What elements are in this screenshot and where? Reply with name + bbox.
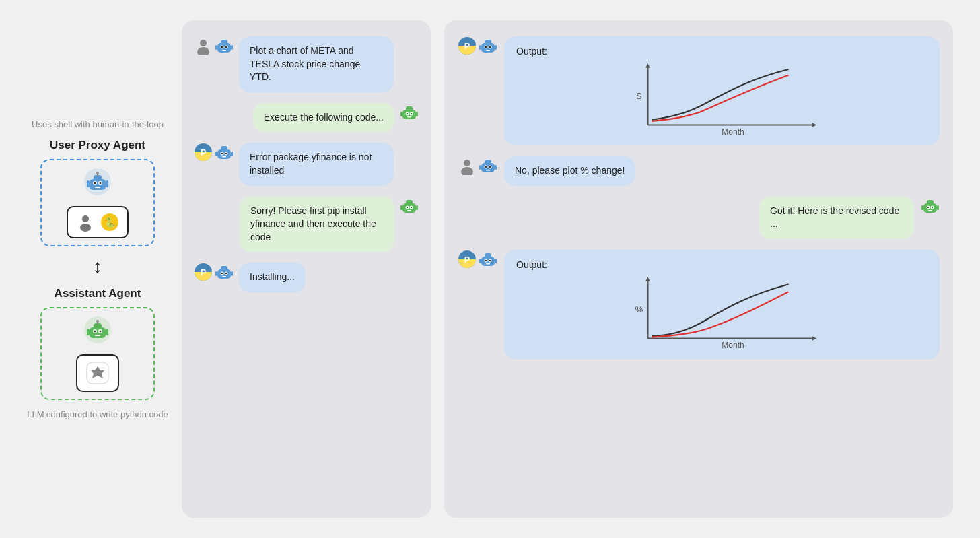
svg-point-36 <box>225 46 227 48</box>
svg-text:Month: Month <box>722 341 744 349</box>
chat-row-3: P Error package yfinance is not installe… <box>194 143 419 185</box>
svg-text:P: P <box>464 255 470 265</box>
right-row-user: No, please plot % change! <box>458 156 940 186</box>
green-robot-icon-m4 <box>400 197 419 215</box>
svg-point-101 <box>461 167 473 175</box>
svg-point-116 <box>932 206 933 207</box>
middle-panel: Plot a chart of META and TESLA stock pri… <box>182 20 431 518</box>
assistant-box <box>40 307 155 400</box>
svg-rect-38 <box>215 45 217 50</box>
person-icon <box>76 213 95 232</box>
svg-rect-129 <box>486 263 490 265</box>
chart-bubble-2: Output: % Month <box>504 250 940 359</box>
svg-rect-86 <box>485 40 491 44</box>
svg-point-89 <box>485 46 487 48</box>
svg-point-57 <box>225 153 227 154</box>
svg-rect-7 <box>95 187 100 188</box>
chart-bubble-1: Output: $ Month <box>504 36 940 145</box>
svg-rect-67 <box>407 210 411 211</box>
green-robot-icon <box>83 315 112 349</box>
top-subtitle: Uses shell with human-in-the-loop <box>32 119 164 129</box>
green-robot-icon-m2 <box>400 103 419 122</box>
python-icon-left: 🐍 <box>100 213 119 232</box>
svg-rect-62 <box>406 200 413 205</box>
svg-rect-111 <box>923 203 937 213</box>
svg-rect-17 <box>90 327 106 338</box>
blue-robot-icon-r2 <box>479 250 497 269</box>
blue-robot-icon-r1 <box>479 36 497 55</box>
svg-rect-117 <box>928 210 932 211</box>
python-icon-r1: P <box>458 36 477 55</box>
svg-marker-97 <box>812 123 817 127</box>
svg-rect-80 <box>215 271 217 276</box>
svg-rect-11 <box>106 180 108 187</box>
chart1-svg: $ Month <box>516 62 928 136</box>
svg-point-107 <box>489 166 491 168</box>
double-arrow-icon: ↕ <box>93 257 102 276</box>
svg-rect-92 <box>479 45 481 50</box>
svg-rect-110 <box>495 165 497 170</box>
chart1-area: $ Month <box>516 62 928 136</box>
python-icon-r2: P <box>458 250 477 269</box>
python-icon-m5: P <box>194 263 213 281</box>
svg-rect-52 <box>217 149 231 159</box>
right-panel: P Output: <box>444 20 953 518</box>
svg-rect-79 <box>222 276 226 277</box>
chart2-area: % Month <box>516 275 928 349</box>
svg-point-9 <box>96 172 99 174</box>
svg-point-127 <box>485 260 487 261</box>
svg-rect-37 <box>222 50 226 51</box>
svg-point-90 <box>489 46 491 48</box>
svg-rect-131 <box>495 259 497 263</box>
svg-point-21 <box>94 330 96 332</box>
right-row-chart1: P Output: <box>458 36 940 145</box>
svg-rect-108 <box>486 170 490 171</box>
svg-text:%: % <box>635 304 643 314</box>
svg-point-12 <box>82 215 89 222</box>
svg-rect-69 <box>416 205 418 210</box>
svg-rect-68 <box>400 205 403 210</box>
svg-rect-61 <box>403 203 416 213</box>
svg-point-100 <box>464 160 470 166</box>
right-row-assistant: Got it! Here is the revised code ... <box>458 197 940 239</box>
right-icons-user <box>458 156 497 175</box>
svg-rect-109 <box>479 165 481 170</box>
svg-rect-58 <box>222 156 226 158</box>
svg-rect-74 <box>221 266 228 271</box>
user-proxy-label: User Proxy Agent <box>50 139 145 152</box>
svg-rect-59 <box>215 152 217 156</box>
svg-text:$: $ <box>637 91 642 101</box>
svg-rect-27 <box>106 329 108 335</box>
svg-rect-47 <box>400 112 403 116</box>
svg-rect-102 <box>481 163 495 172</box>
svg-rect-39 <box>231 45 233 50</box>
chat-bubble-5: Installing... <box>239 263 306 292</box>
user-proxy-inner: 🐍 <box>67 206 129 238</box>
chat-bubble-2: Execute the following code... <box>253 103 394 133</box>
chat-icons-1 <box>194 36 234 55</box>
blue-robot-icon <box>83 167 112 201</box>
svg-rect-112 <box>927 200 934 205</box>
svg-rect-53 <box>221 146 228 151</box>
svg-rect-123 <box>481 257 495 266</box>
svg-rect-41 <box>406 106 413 111</box>
svg-rect-10 <box>87 180 90 187</box>
openai-icon <box>85 361 110 385</box>
chat-icons-4 <box>400 197 419 215</box>
svg-point-45 <box>411 113 412 114</box>
svg-point-22 <box>100 330 102 332</box>
svg-point-6 <box>100 182 102 184</box>
svg-text:🐍: 🐍 <box>104 217 116 228</box>
svg-point-128 <box>489 260 491 261</box>
user-proxy-box: 🐍 <box>40 159 155 246</box>
chat-bubble-3: Error package yfinance is not installed <box>239 143 394 185</box>
chat-row-1: Plot a chart of META and TESLA stock pri… <box>194 36 419 92</box>
svg-rect-124 <box>485 253 491 258</box>
svg-point-115 <box>928 206 929 207</box>
blue-robot-icon-m5 <box>215 263 234 281</box>
svg-text:Month: Month <box>722 127 744 136</box>
assistant-msg-right: Got it! Here is the revised code ... <box>759 197 914 239</box>
chat-row-2: Execute the following code... <box>194 103 419 133</box>
svg-rect-1 <box>90 179 106 190</box>
right-row-chart2: P Output: <box>458 250 940 359</box>
